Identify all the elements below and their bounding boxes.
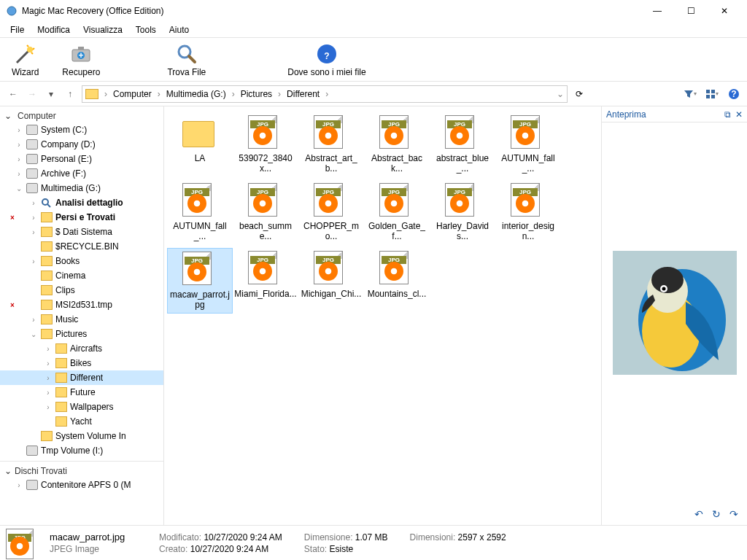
breadcrumb-drive[interactable]: Multimedia (G:) bbox=[163, 89, 229, 99]
breadcrumb-pictures[interactable]: Pictures bbox=[238, 89, 275, 99]
jpg-file-icon: JPG bbox=[248, 183, 277, 217]
nav-up-button[interactable]: ↑ bbox=[63, 87, 77, 101]
sidebar-tree[interactable]: ⌄Computer ›System (C:) ›Company (D:) ›Pe… bbox=[0, 106, 164, 525]
file-label: Golden_Gate_f... bbox=[365, 221, 428, 242]
tree-analysis[interactable]: ›Analisi dettaglio bbox=[0, 195, 163, 210]
tree-drive-c[interactable]: ›System (C:) bbox=[0, 122, 163, 137]
folder-icon bbox=[182, 121, 214, 147]
preview-close-icon[interactable]: ✕ bbox=[735, 109, 743, 120]
file-item[interactable]: JPGAUTUMN_fall_... bbox=[495, 112, 561, 177]
file-item[interactable]: JPGAbstract_art_b... bbox=[298, 112, 364, 177]
breadcrumb-computer[interactable]: Computer bbox=[110, 89, 155, 99]
jpg-file-icon: JPG bbox=[445, 183, 474, 217]
tree-root[interactable]: ⌄Computer bbox=[0, 109, 163, 122]
file-item[interactable]: JPGMountains_cl... bbox=[364, 248, 430, 314]
tree-lost-found[interactable]: ›Persi e Trovati bbox=[0, 210, 163, 225]
refresh-button[interactable]: ⟳ bbox=[572, 87, 587, 101]
file-item[interactable]: JPGinterior_design... bbox=[495, 180, 561, 245]
tree-tmpfile[interactable]: ›MSI2d531.tmp bbox=[0, 298, 163, 312]
tree-bikes[interactable]: ›Bikes bbox=[0, 356, 163, 370]
file-item[interactable]: JPGGolden_Gate_f... bbox=[364, 180, 430, 245]
svg-text:?: ? bbox=[731, 89, 736, 99]
where-files-button[interactable]: ? Dove sono i miei file bbox=[283, 41, 370, 79]
file-label: beach_summe... bbox=[234, 221, 297, 242]
menu-view[interactable]: Visualizza bbox=[77, 23, 128, 36]
wizard-button[interactable]: Wizard bbox=[7, 41, 43, 79]
file-item[interactable]: LA bbox=[167, 112, 233, 177]
nav-forward-button[interactable]: → bbox=[25, 87, 39, 101]
tree-drive-g[interactable]: ⌄Multimedia (G:) bbox=[0, 181, 163, 195]
jpg-file-icon: JPG bbox=[379, 115, 409, 149]
filter-button[interactable]: ▾ bbox=[683, 87, 697, 101]
minimize-button[interactable]: ― bbox=[640, 0, 674, 22]
close-button[interactable]: ✕ bbox=[708, 0, 741, 22]
file-item[interactable]: JPGabstract_blue_... bbox=[430, 112, 495, 177]
tree-sysvol[interactable]: ›System Volume In bbox=[0, 429, 163, 443]
menu-tools[interactable]: Tools bbox=[130, 23, 162, 36]
nav-back-button[interactable]: ← bbox=[6, 87, 20, 101]
jpg-file-icon: JPG bbox=[248, 251, 277, 284]
preview-popout-icon[interactable]: ⧉ bbox=[724, 109, 731, 120]
file-label: 539072_3840x... bbox=[234, 153, 297, 174]
window-title: Magic Mac Recovery (Office Edition) bbox=[22, 6, 640, 16]
refresh-preview-button[interactable]: ↻ bbox=[711, 508, 722, 520]
jpg-file-icon: JPG bbox=[182, 252, 212, 285]
menu-help[interactable]: Aiuto bbox=[163, 23, 195, 36]
file-item[interactable]: JPGCHOPPER_mo... bbox=[298, 180, 364, 245]
breadcrumb-dropdown[interactable]: ⌄ bbox=[557, 89, 564, 99]
tree-clips[interactable]: ›Clips bbox=[0, 283, 163, 298]
recovery-button[interactable]: + Recupero bbox=[58, 41, 104, 79]
svg-rect-9 bbox=[706, 90, 710, 93]
tree-books[interactable]: ›Books bbox=[0, 254, 163, 268]
rotate-right-button[interactable]: ↷ bbox=[728, 508, 740, 520]
folder-icon bbox=[85, 89, 98, 99]
tree-different[interactable]: ›Different bbox=[0, 370, 163, 385]
view-button[interactable]: ▾ bbox=[705, 87, 719, 101]
menu-file[interactable]: File bbox=[4, 23, 30, 36]
file-item[interactable]: JPG539072_3840x... bbox=[233, 112, 298, 177]
file-label: LA bbox=[195, 153, 206, 163]
tree-future[interactable]: ›Future bbox=[0, 385, 163, 400]
svg-rect-3 bbox=[78, 47, 84, 50]
nav-bar: ← → ▾ ↑ › Computer › Multimedia (G:) › P… bbox=[0, 82, 747, 106]
tree-aircrafts[interactable]: ›Aircrafts bbox=[0, 341, 163, 356]
tree-drive-i[interactable]: ›Tmp Volume (I:) bbox=[0, 443, 163, 458]
menu-edit[interactable]: Modifica bbox=[31, 23, 76, 36]
tree-drive-d[interactable]: ›Company (D:) bbox=[0, 137, 163, 152]
file-item[interactable]: JPGMiami_Florida... bbox=[233, 248, 298, 314]
tree-yacht[interactable]: ›Yacht bbox=[0, 414, 163, 429]
nav-recent-dropdown[interactable]: ▾ bbox=[44, 87, 58, 101]
jpg-file-icon: JPG bbox=[248, 115, 277, 149]
find-file-button[interactable]: Trova File bbox=[163, 41, 210, 79]
tree-cinema[interactable]: ›Cinema bbox=[0, 268, 163, 283]
file-item[interactable]: JPGmacaw_parrot.jpg bbox=[167, 248, 233, 314]
file-item[interactable]: JPGAUTUMN_fall_... bbox=[167, 180, 233, 245]
tree-wallpapers[interactable]: ›Wallpapers bbox=[0, 400, 163, 414]
tree-apfs[interactable]: ›Contenitore APFS 0 (M bbox=[0, 478, 163, 492]
breadcrumb[interactable]: › Computer › Multimedia (G:) › Pictures … bbox=[82, 85, 568, 103]
file-item[interactable]: JPGHarley_Davids... bbox=[430, 180, 495, 245]
tree-drive-e[interactable]: ›Personal (E:) bbox=[0, 152, 163, 166]
file-item[interactable]: JPGMichigan_Chi... bbox=[298, 248, 364, 314]
file-label: Michigan_Chi... bbox=[301, 289, 362, 299]
file-grid[interactable]: LAJPG539072_3840x...JPGAbstract_art_b...… bbox=[164, 106, 601, 525]
jpg-file-icon: JPG bbox=[379, 183, 409, 217]
preview-image bbox=[613, 251, 737, 375]
tree-sysdata[interactable]: ›$ Dati Sistema bbox=[0, 225, 163, 239]
tree-drive-f[interactable]: ›Archive (F:) bbox=[0, 166, 163, 181]
status-filename: macaw_parrot.jpg bbox=[50, 532, 144, 542]
file-item[interactable]: JPGbeach_summe... bbox=[233, 180, 298, 245]
breadcrumb-different[interactable]: Different bbox=[284, 89, 322, 99]
tree-music[interactable]: ›Music bbox=[0, 312, 163, 327]
jpg-file-icon: JPG bbox=[314, 251, 343, 284]
help-nav-button[interactable]: ? bbox=[727, 87, 741, 101]
title-bar: Magic Mac Recovery (Office Edition) ― ☐ … bbox=[0, 0, 747, 22]
file-label: AUTUMN_fall_... bbox=[497, 153, 560, 174]
maximize-button[interactable]: ☐ bbox=[674, 0, 708, 22]
tree-pictures[interactable]: ⌄Pictures bbox=[0, 327, 163, 341]
rotate-left-button[interactable]: ↶ bbox=[693, 508, 705, 520]
preview-pane: Anteprima ⧉ ✕ ↶ ↻ ↷ bbox=[601, 106, 747, 525]
tree-recycle[interactable]: ›$RECYCLE.BIN bbox=[0, 239, 163, 254]
file-item[interactable]: JPGAbstract_back... bbox=[364, 112, 430, 177]
tree-found-header[interactable]: ⌄Dischi Trovati bbox=[0, 464, 163, 478]
